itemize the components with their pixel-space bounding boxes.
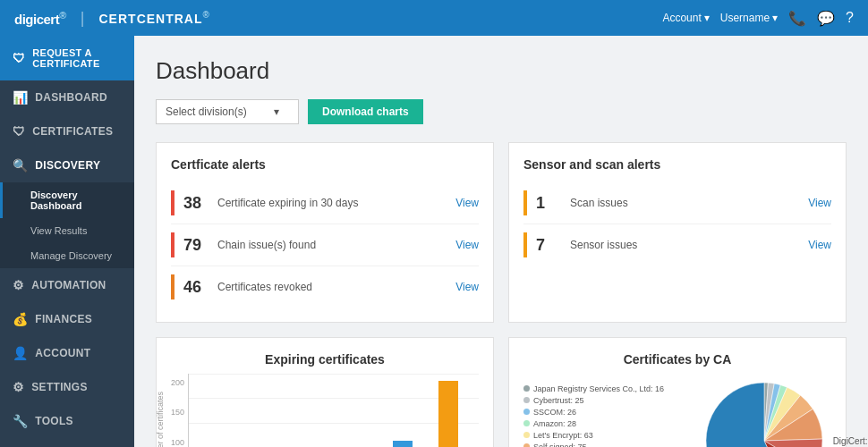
top-nav-left: digicert® | CERTCENTRAL® <box>14 9 210 28</box>
digicert-logo: digicert® <box>14 10 66 27</box>
settings-icon: ⚙ <box>13 380 24 394</box>
legend-item: Let's Encrypt: 63 <box>523 431 664 440</box>
nav-divider: | <box>81 9 85 28</box>
toolbar: Select division(s) ▾ Download charts <box>156 99 847 124</box>
alert-cards-grid: Certficate alerts 38 Certificate expirin… <box>156 142 847 323</box>
alert-num-2: 46 <box>183 278 208 297</box>
y-axis-label: Number of certificates <box>156 392 165 447</box>
main-content: Dashboard Select division(s) ▾ Download … <box>134 36 868 447</box>
cert-alert-row-2: 46 Certificates revoked View <box>171 266 479 308</box>
request-icon: 🛡 <box>13 51 25 65</box>
account-menu[interactable]: Account ▾ <box>662 12 709 24</box>
alert-num-1: 79 <box>183 236 208 255</box>
pie-svg <box>697 374 831 447</box>
sensor-alert-link-0[interactable]: View <box>808 197 831 209</box>
legend-item: Amazon: 28 <box>523 419 664 428</box>
certificate-alerts-card: Certficate alerts 38 Certificate expirin… <box>156 142 494 323</box>
pie-chart: DigiCert: 839 <box>697 374 831 447</box>
request-certificate-button[interactable]: 🛡 REQUEST A CERTIFICATE <box>0 36 134 80</box>
download-charts-button[interactable]: Download charts <box>308 99 423 124</box>
alert-indicator-red-1 <box>171 232 174 257</box>
alert-view-link-1[interactable]: View <box>455 239 479 251</box>
bar-chart-bars <box>188 374 479 447</box>
finances-icon: 💰 <box>13 312 28 326</box>
legend-item: Japan Registry Services Co., Ltd: 16 <box>523 384 664 393</box>
page-title: Dashboard <box>156 57 847 85</box>
sidebar-sub-discovery-dashboard[interactable]: Discovery Dashboard <box>0 182 134 218</box>
alert-indicator-orange-2 <box>171 274 174 299</box>
certificates-by-ca-chart: Certificates by CA Japan Registry Servic… <box>508 337 847 447</box>
automation-icon: ⚙ <box>13 278 24 292</box>
sensor-alert-text-1: Sensor issues <box>570 239 799 251</box>
sidebar-sub-view-results[interactable]: View Results <box>0 218 134 243</box>
tools-icon: 🔧 <box>13 414 28 428</box>
sensor-alert-row-0: 1 Scan issues View <box>523 182 831 224</box>
account-icon: 👤 <box>13 346 28 360</box>
pie-chart-area: Japan Registry Services Co., Ltd: 16Cybe… <box>523 374 831 447</box>
discovery-submenu: Discovery Dashboard View Results Manage … <box>0 182 134 268</box>
chat-icon[interactable]: 💬 <box>817 10 835 27</box>
bar-chart-inner: Number of certificates <box>188 374 479 447</box>
sidebar-item-certificates[interactable]: 🛡 CERTIFICATES <box>0 114 134 148</box>
sensor-alert-num-0: 1 <box>536 194 561 213</box>
bar-chart-container: 200 150 100 50 Num <box>171 374 479 447</box>
legend-item: SSCOM: 26 <box>523 408 664 417</box>
sidebar-item-account[interactable]: 👤 ACCOUNT <box>0 336 134 370</box>
alert-indicator-red-0 <box>171 190 174 215</box>
chart-cards-grid: Expiring certificates 200 150 100 50 <box>156 337 847 447</box>
alert-indicator-gold-0 <box>523 190 527 215</box>
division-select[interactable]: Select division(s) ▾ <box>156 99 299 124</box>
legend-item: Self signed: 75 <box>523 443 664 448</box>
sidebar-item-settings[interactable]: ⚙ SETTINGS <box>0 370 134 404</box>
sensor-alert-row-1: 7 Sensor issues View <box>523 224 831 266</box>
sensor-alerts-card: Sensor and scan alerts 1 Scan issues Vie… <box>508 142 847 323</box>
alert-text-0: Certificate expiring in 30 days <box>217 197 447 209</box>
alert-view-link-0[interactable]: View <box>455 197 479 209</box>
certificates-icon: 🛡 <box>13 124 25 139</box>
alert-indicator-gold-1 <box>523 232 527 257</box>
pie-label-digicert: DigiCert: 839 <box>833 436 868 446</box>
dashboard-icon: 📊 <box>13 90 28 105</box>
expiring-certificates-chart: Expiring certificates 200 150 100 50 <box>156 337 494 447</box>
cert-alerts-title: Certficate alerts <box>171 157 479 172</box>
sidebar-item-tools[interactable]: 🔧 TOOLS <box>0 404 134 438</box>
sidebar-item-automation[interactable]: ⚙ AUTOMATION <box>0 268 134 302</box>
alert-view-link-2[interactable]: View <box>455 281 479 293</box>
pie-legend: Japan Registry Services Co., Ltd: 16Cybe… <box>523 384 664 448</box>
chevron-down-icon: ▾ <box>274 105 279 118</box>
discovery-icon: 🔍 <box>13 158 28 173</box>
cert-alert-row-0: 38 Certificate expiring in 30 days View <box>171 182 479 224</box>
top-nav-right: Account ▾ Username ▾ 📞 💬 ? <box>662 10 854 27</box>
layout: 🛡 REQUEST A CERTIFICATE 📊 DASHBOARD 🛡 CE… <box>0 36 868 447</box>
sidebar-item-finances[interactable]: 💰 FINANCES <box>0 302 134 336</box>
certcentral-brand: CERTCENTRAL® <box>99 10 210 26</box>
alert-num-0: 38 <box>183 194 208 213</box>
expiring-chart-title: Expiring certificates <box>171 352 479 367</box>
sensor-alerts-title: Sensor and scan alerts <box>523 157 831 172</box>
phone-icon[interactable]: 📞 <box>788 10 806 27</box>
cert-alert-row-1: 79 Chain issue(s) found View <box>171 224 479 266</box>
y-axis-labels: 200 150 100 50 <box>171 378 184 447</box>
help-icon[interactable]: ? <box>846 10 854 26</box>
legend-item: Cybertrust: 25 <box>523 396 664 405</box>
username-menu[interactable]: Username ▾ <box>720 12 778 24</box>
sidebar-item-discovery[interactable]: 🔍 DISCOVERY <box>0 148 134 182</box>
top-nav: digicert® | CERTCENTRAL® Account ▾ Usern… <box>0 0 868 36</box>
sensor-alert-num-1: 7 <box>536 236 561 255</box>
alert-text-2: Certificates revoked <box>217 281 447 293</box>
sidebar: 🛡 REQUEST A CERTIFICATE 📊 DASHBOARD 🛡 CE… <box>0 36 134 447</box>
ca-chart-title: Certificates by CA <box>523 352 831 367</box>
sidebar-item-dashboard[interactable]: 📊 DASHBOARD <box>0 80 134 114</box>
sensor-alert-link-1[interactable]: View <box>808 239 831 251</box>
sidebar-sub-manage-discovery[interactable]: Manage Discovery <box>0 243 134 268</box>
sensor-alert-text-0: Scan issues <box>570 197 799 209</box>
alert-text-1: Chain issue(s) found <box>217 239 447 251</box>
